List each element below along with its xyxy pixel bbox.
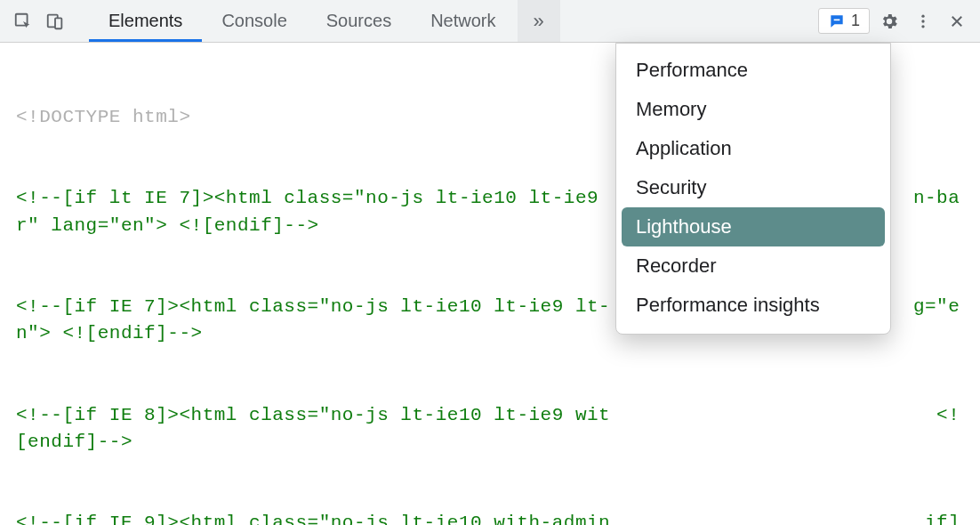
tab-network[interactable]: Network (411, 0, 515, 42)
toolbar-left-group (0, 7, 69, 36)
toolbar-right-group: 1 (818, 7, 980, 36)
panel-tabs: Elements Console Sources Network (89, 0, 516, 42)
more-tabs-button[interactable]: » (518, 0, 560, 42)
svg-point-5 (921, 20, 924, 22)
dropdown-item-security[interactable]: Security (616, 168, 890, 207)
dropdown-item-performance[interactable]: Performance (616, 51, 890, 90)
inspect-element-icon[interactable] (9, 7, 37, 36)
device-toggle-icon[interactable] (41, 7, 69, 36)
tab-elements[interactable]: Elements (89, 0, 202, 42)
dropdown-item-application[interactable]: Application (616, 129, 890, 168)
dropdown-item-lighthouse[interactable]: Lighthouse (622, 207, 885, 246)
devtools-toolbar: Elements Console Sources Network » 1 (0, 0, 980, 43)
svg-rect-2 (55, 18, 61, 28)
more-tabs-dropdown: Performance Memory Application Security … (615, 43, 891, 335)
dropdown-item-memory[interactable]: Memory (616, 90, 890, 129)
issues-button[interactable]: 1 (818, 8, 870, 34)
dropdown-item-performance-insights[interactable]: Performance insights (616, 286, 890, 325)
tab-console[interactable]: Console (202, 0, 306, 42)
code-cond-4: <!--[if IE 9]><html class="no-js lt-ie10… (16, 510, 964, 525)
issues-icon (828, 12, 846, 30)
close-icon[interactable] (943, 7, 971, 36)
issues-count: 1 (851, 12, 860, 30)
svg-rect-3 (834, 19, 840, 20)
settings-icon[interactable] (875, 7, 904, 36)
svg-point-4 (921, 14, 924, 17)
kebab-menu-icon[interactable] (909, 7, 937, 36)
dropdown-item-recorder[interactable]: Recorder (616, 246, 890, 286)
tab-sources[interactable]: Sources (307, 0, 411, 42)
svg-point-6 (921, 25, 924, 28)
code-cond-3: <!--[if IE 8]><html class="no-js lt-ie10… (16, 402, 964, 456)
